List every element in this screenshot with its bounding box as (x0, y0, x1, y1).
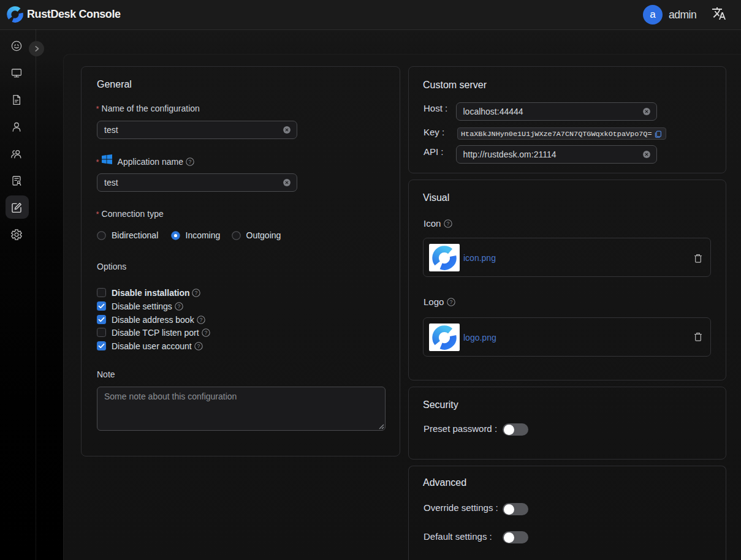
svg-text:?: ? (188, 159, 191, 165)
svg-text:?: ? (449, 299, 452, 305)
svg-text:?: ? (446, 221, 449, 227)
svg-text:?: ? (195, 290, 198, 296)
svg-text:?: ? (204, 330, 207, 336)
svg-text:?: ? (177, 303, 180, 309)
svg-text:?: ? (199, 317, 202, 323)
svg-text:?: ? (197, 343, 200, 349)
